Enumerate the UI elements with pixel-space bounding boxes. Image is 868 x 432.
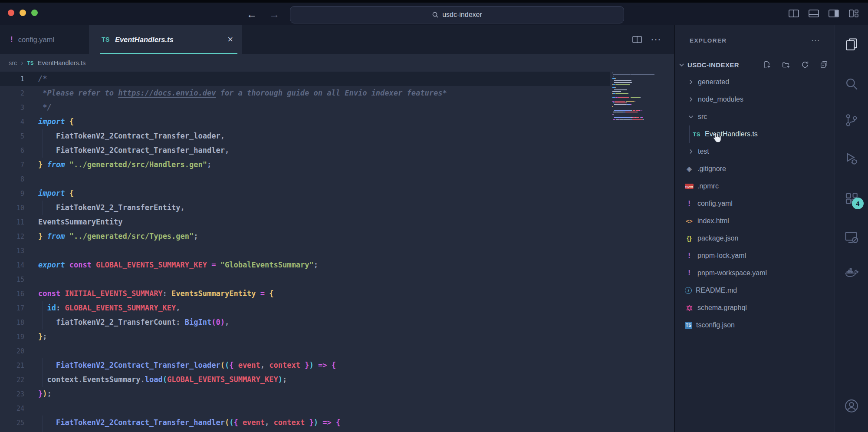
code-line-20[interactable]: 20	[0, 344, 38, 358]
customize-layout-icon[interactable]	[847, 8, 860, 19]
refresh-icon[interactable]	[800, 60, 810, 69]
tree-folder-node-modules[interactable]: node_modules	[675, 91, 835, 108]
tree-file--npmrc[interactable]: npm.npmrc	[675, 178, 835, 195]
maximize-window-button[interactable]	[31, 10, 38, 16]
code-line-12[interactable]: 12} from "../generated/src/Types.gen";	[0, 229, 198, 244]
file-name: src	[698, 113, 707, 121]
code-line-26[interactable]: 26 const summary = context.EventsSummary…	[0, 430, 354, 432]
line-number: 6	[0, 144, 24, 158]
toggle-sidebar-icon[interactable]	[827, 8, 840, 19]
code-line-1[interactable]: 1/*	[0, 72, 47, 86]
collapse-all-icon[interactable]	[819, 60, 829, 69]
code-line-15[interactable]: 15	[0, 272, 38, 287]
code-line-2[interactable]: 2 *Please refer to https://docs.envio.de…	[0, 86, 447, 100]
code-text: id: GLOBAL_EVENTS_SUMMARY_KEY,	[38, 303, 181, 312]
tree-folder-test[interactable]: test	[675, 143, 835, 160]
code-line-14[interactable]: 14export const GLOBAL_EVENTS_SUMMARY_KEY…	[0, 258, 318, 272]
line-number: 7	[0, 158, 24, 172]
extensions-icon[interactable]: 4	[843, 190, 860, 208]
ts-icon: TS	[27, 60, 34, 66]
line-number: 5	[0, 129, 24, 144]
code-editor[interactable]: 1/*2 *Please refer to https://docs.envio…	[0, 72, 674, 432]
ts-icon: TS	[102, 36, 110, 43]
toggle-panel-icon[interactable]	[807, 8, 820, 19]
remote-icon[interactable]	[843, 228, 860, 246]
tree-file-readme-md[interactable]: iREADME.md	[675, 282, 835, 299]
forward-icon[interactable]: →	[266, 7, 283, 22]
tree-file-config-yaml[interactable]: !config.yaml	[675, 195, 835, 212]
tree-file--gitignore[interactable]: ◈.gitignore	[675, 160, 835, 178]
explorer-icon[interactable]	[843, 36, 860, 53]
line-number: 9	[0, 187, 24, 201]
tree-file-pnpm-workspace-yaml[interactable]: !pnpm-workspace.yaml	[675, 264, 835, 282]
tree-folder-src[interactable]: src	[675, 108, 835, 125]
new-folder-icon[interactable]	[781, 60, 791, 69]
code-line-13[interactable]: 13	[0, 244, 38, 258]
breadcrumb[interactable]: src › TS EventHandlers.ts	[0, 54, 674, 72]
code-line-21[interactable]: 21 FiatTokenV2_2Contract_Transfer_loader…	[0, 358, 336, 373]
code-line-7[interactable]: 7} from "../generated/src/Handlers.gen";	[0, 158, 211, 172]
tab-config-yaml[interactable]: ! config.yaml	[0, 25, 89, 54]
breadcrumb-file[interactable]: EventHandlers.ts	[38, 59, 85, 66]
minimize-window-button[interactable]	[20, 10, 26, 16]
tab-eventhandlers-ts[interactable]: TS EventHandlers.ts ×	[89, 25, 242, 54]
line-number: 26	[0, 430, 24, 432]
line-number: 16	[0, 287, 24, 301]
code-line-5[interactable]: 5 FiatTokenV2_2Contract_Transfer_loader,	[0, 129, 225, 143]
code-line-18[interactable]: 18 fiatTokenV2_2_TransferCount: BigInt(0…	[0, 315, 229, 330]
explorer-more-icon[interactable]: ⋯	[811, 35, 821, 46]
file-tree: generatednode_modulessrcTSEventHandlers.…	[675, 73, 835, 334]
more-actions-icon[interactable]: ⋯	[651, 33, 662, 46]
code-line-22[interactable]: 22 context.EventsSummary.load(GLOBAL_EVE…	[0, 373, 287, 387]
toggle-split-editor-icon[interactable]	[787, 8, 800, 19]
split-editor-icon[interactable]	[631, 34, 644, 45]
tree-file-schema-graphql[interactable]: schema.graphql	[675, 299, 835, 317]
close-window-button[interactable]	[8, 10, 14, 16]
tsconfig-file-icon: TS	[685, 322, 692, 329]
breadcrumb-separator-icon: ›	[21, 59, 23, 67]
minimap[interactable]	[610, 73, 673, 246]
code-line-16[interactable]: 16const INITIAL_EVENTS_SUMMARY: EventsSu…	[0, 287, 274, 301]
code-line-17[interactable]: 17 id: GLOBAL_EVENTS_SUMMARY_KEY,	[0, 301, 181, 315]
line-number: 4	[0, 115, 24, 129]
tree-file-package-json[interactable]: {}package.json	[675, 230, 835, 247]
code-line-19[interactable]: 19};	[0, 330, 47, 344]
activity-bar: 4	[835, 25, 868, 432]
code-line-4[interactable]: 4import {	[0, 115, 74, 129]
docker-icon[interactable]	[843, 264, 860, 281]
code-line-25[interactable]: 25 FiatTokenV2_2Contract_Transfer_handle…	[0, 416, 340, 430]
search-icon[interactable]	[843, 75, 860, 92]
tree-file-pnpm-lock-yaml[interactable]: !pnpm-lock.yaml	[675, 247, 835, 264]
tree-file-index-html[interactable]: <>index.html	[675, 212, 835, 230]
breadcrumb-folder[interactable]: src	[9, 59, 17, 66]
explorer-root-row[interactable]: USDC-INDEXER	[675, 56, 835, 73]
code-line-23[interactable]: 23});	[0, 387, 52, 401]
code-line-24[interactable]: 24	[0, 401, 38, 416]
code-line-6[interactable]: 6 FiatTokenV2_2Contract_Transfer_handler…	[0, 143, 229, 158]
current-line-highlight	[0, 72, 610, 86]
line-number: 14	[0, 258, 24, 273]
file-name: package.json	[697, 234, 738, 242]
tree-file-eventhandlers-ts[interactable]: TSEventHandlers.ts	[675, 125, 835, 143]
source-control-icon[interactable]	[843, 112, 860, 129]
run-debug-icon[interactable]	[843, 150, 860, 168]
chevron-right-icon	[688, 79, 694, 85]
new-file-icon[interactable]	[762, 60, 772, 69]
close-tab-icon[interactable]: ×	[227, 35, 233, 44]
back-icon[interactable]: ←	[243, 7, 260, 22]
account-icon[interactable]	[843, 397, 860, 415]
tree-folder-generated[interactable]: generated	[675, 73, 835, 91]
code-line-10[interactable]: 10 FiatTokenV2_2_TransferEntity,	[0, 201, 185, 215]
code-text: FiatTokenV2_2Contract_Transfer_loader,	[38, 132, 225, 140]
code-text: */	[38, 103, 52, 112]
code-text: FiatTokenV2_2Contract_Transfer_handler((…	[38, 418, 340, 427]
titlebar: ← → usdc-indexer	[0, 3, 868, 25]
graphql-file-icon	[685, 303, 694, 312]
code-line-3[interactable]: 3 */	[0, 100, 52, 115]
code-line-11[interactable]: 11EventsSummaryEntity	[0, 215, 122, 229]
command-center-search[interactable]: usdc-indexer	[290, 6, 624, 23]
file-name: generated	[698, 78, 729, 86]
code-line-8[interactable]: 8	[0, 172, 38, 186]
code-line-9[interactable]: 9import {	[0, 186, 74, 201]
tree-file-tsconfig-json[interactable]: TStsconfig.json	[675, 317, 835, 334]
